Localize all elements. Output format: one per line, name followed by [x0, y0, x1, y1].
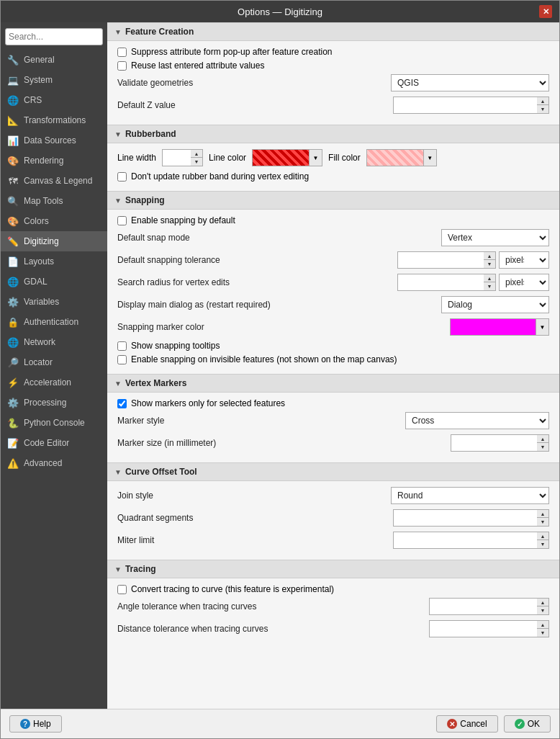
miter-input[interactable]: 5,00	[393, 532, 537, 549]
tolerance-input[interactable]: 12,00000	[397, 251, 484, 269]
sidebar-search[interactable]	[5, 28, 103, 45]
help-button[interactable]: ? Help	[9, 715, 62, 733]
sidebar-label: Colors	[24, 216, 49, 226]
ok-label: OK	[528, 719, 540, 729]
line-width-up[interactable]: ▲	[191, 150, 202, 158]
sidebar-item-data-sources[interactable]: 📊 Data Sources	[1, 130, 107, 151]
angle-tolerance-input[interactable]: 0,0000010000	[429, 598, 537, 615]
sidebar-item-general[interactable]: 🔧 General	[1, 50, 107, 70]
sidebar-item-advanced[interactable]: ⚠️ Advanced	[1, 453, 107, 473]
quadrant-btns: ▲ ▼	[537, 509, 549, 527]
sidebar-item-authentication[interactable]: 🔒 Authentication	[1, 312, 107, 332]
quadrant-up[interactable]: ▲	[537, 510, 548, 518]
sidebar-item-digitizing[interactable]: ✏️ Digitizing	[1, 231, 107, 251]
sidebar-item-crs[interactable]: 🌐 CRS	[1, 90, 107, 110]
angle-tolerance-label: Angle tolerance when tracing curves	[117, 601, 274, 612]
sidebar-item-variables[interactable]: ⚙️ Variables	[1, 292, 107, 312]
sidebar-item-rendering[interactable]: 🎨 Rendering	[1, 151, 107, 171]
marker-style-select[interactable]: Cross Semi-transparent circle None	[405, 412, 549, 429]
distance-tolerance-input[interactable]: 0,0000010000	[429, 620, 537, 637]
search-radius-input[interactable]: 10,00000	[397, 274, 484, 291]
tolerance-up[interactable]: ▲	[484, 252, 495, 260]
snapping-color-btn[interactable]	[450, 318, 536, 336]
fill-color-dropdown[interactable]: ▼	[424, 149, 437, 166]
display-dialog-select[interactable]: Dialog Dock	[441, 296, 549, 313]
distance-tolerance-btns: ▲ ▼	[537, 620, 549, 637]
tolerance-down[interactable]: ▼	[484, 260, 495, 268]
fill-color-btn[interactable]	[366, 149, 424, 166]
snapping-title: Snapping	[125, 195, 165, 205]
sidebar-item-network[interactable]: 🌐 Network	[1, 332, 107, 352]
angle-tolerance-btns: ▲ ▼	[537, 598, 549, 615]
search-radius-up[interactable]: ▲	[484, 274, 495, 282]
curve-arrow: ▼	[114, 468, 122, 476]
marker-size-input[interactable]: 2,00	[451, 434, 537, 452]
search-radius-unit-select[interactable]: pixels mm	[499, 274, 549, 291]
sidebar-item-map-tools[interactable]: 🔍 Map Tools	[1, 191, 107, 211]
validate-select[interactable]: QGIS GEOS Off	[391, 74, 549, 91]
reuse-checkbox[interactable]	[117, 61, 127, 71]
snap-mode-select[interactable]: Vertex Segment Area	[441, 229, 549, 246]
line-width-input[interactable]: 1	[162, 149, 191, 166]
tolerance-unit-select[interactable]: pixels mm	[499, 251, 549, 269]
sidebar-item-transformations[interactable]: 📐 Transformations	[1, 110, 107, 130]
dont-update-checkbox[interactable]	[117, 172, 127, 182]
sidebar-item-system[interactable]: 💻 System	[1, 70, 107, 90]
dont-update-label: Don't update rubber band during vertex e…	[131, 171, 309, 182]
line-width-down[interactable]: ▼	[191, 158, 202, 166]
show-markers-checkbox[interactable]	[117, 399, 127, 408]
convert-tracing-label: Convert tracing to curve (this feature i…	[131, 584, 334, 594]
line-color-btn[interactable]	[252, 149, 310, 166]
show-tooltips-row: Show snapping tooltips	[117, 341, 549, 351]
section-header-curve: ▼ Curve Offset Tool	[107, 462, 559, 481]
quadrant-down[interactable]: ▼	[537, 518, 548, 526]
ok-button[interactable]: ✓ OK	[504, 715, 551, 733]
default-z-input[interactable]: 0,000	[393, 97, 537, 114]
section-header-tracing: ▼ Tracing	[107, 560, 559, 578]
sidebar-icon: 🌐	[6, 275, 19, 288]
enable-invisible-checkbox[interactable]	[117, 355, 127, 364]
close-button[interactable]: ✕	[539, 5, 552, 18]
line-color-dropdown[interactable]: ▼	[310, 149, 322, 166]
sidebar-item-locator[interactable]: 🔎 Locator	[1, 352, 107, 372]
sidebar-item-code-editor[interactable]: 📝 Code Editor	[1, 433, 107, 453]
section-rubberband: ▼ Rubberband Line width 1 ▲ ▼ Line	[107, 125, 559, 191]
sidebar-item-layouts[interactable]: 📄 Layouts	[1, 251, 107, 272]
sidebar-icon: 🎨	[6, 215, 19, 228]
sidebar-item-gdal[interactable]: 🌐 GDAL	[1, 272, 107, 292]
show-tooltips-checkbox[interactable]	[117, 341, 127, 351]
sidebar-label: Canvas & Legend	[24, 176, 92, 186]
search-radius-down[interactable]: ▼	[484, 282, 495, 290]
default-z-up[interactable]: ▲	[537, 97, 548, 105]
sidebar-item-canvas--legend[interactable]: 🗺 Canvas & Legend	[1, 171, 107, 191]
default-z-down[interactable]: ▼	[537, 105, 548, 113]
vertex-body: Show markers only for selected features …	[107, 393, 559, 462]
angle-tolerance-down[interactable]: ▼	[537, 606, 548, 614]
angle-tolerance-up[interactable]: ▲	[537, 599, 548, 606]
cancel-button[interactable]: ✕ Cancel	[436, 715, 497, 733]
cancel-label: Cancel	[460, 719, 487, 729]
sidebar-item-acceleration[interactable]: ⚡ Acceleration	[1, 372, 107, 393]
suppress-checkbox[interactable]	[117, 48, 127, 57]
marker-color-row: Snapping marker color ▼	[117, 318, 549, 336]
join-style-select[interactable]: Round Miter Bevel	[391, 487, 549, 504]
fill-color-wrapper: ▼	[366, 149, 437, 166]
miter-down[interactable]: ▼	[537, 540, 548, 548]
enable-snapping-checkbox[interactable]	[117, 216, 127, 225]
sidebar-item-python-console[interactable]: 🐍 Python Console	[1, 413, 107, 433]
marker-size-up[interactable]: ▲	[537, 435, 548, 443]
quadrant-input[interactable]: 8	[393, 509, 537, 527]
miter-up[interactable]: ▲	[537, 532, 548, 540]
distance-tolerance-down[interactable]: ▼	[537, 629, 548, 637]
snapping-color-dropdown[interactable]: ▼	[536, 318, 549, 336]
distance-tolerance-up[interactable]: ▲	[537, 621, 548, 629]
convert-tracing-checkbox[interactable]	[117, 585, 127, 594]
sidebar-item-colors[interactable]: 🎨 Colors	[1, 211, 107, 231]
marker-size-down[interactable]: ▼	[537, 443, 548, 451]
sidebar-icon: 📐	[6, 114, 19, 127]
sidebar-icon: ⚡	[6, 376, 19, 389]
line-width-btns: ▲ ▼	[191, 149, 203, 166]
marker-size-spinbox: 2,00 ▲ ▼	[451, 434, 549, 452]
action-buttons: ✕ Cancel ✓ OK	[436, 715, 551, 733]
sidebar-item-processing[interactable]: ⚙️ Processing	[1, 393, 107, 413]
